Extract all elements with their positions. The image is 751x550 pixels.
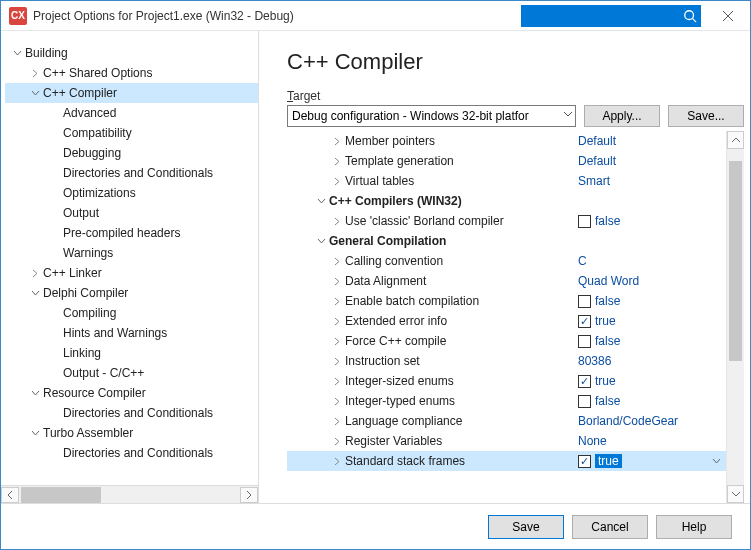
option-row[interactable]: Virtual tablesSmart [287,171,726,191]
sidebar-item[interactable]: Directories and Conditionals [5,163,258,183]
scroll-left-icon[interactable] [1,487,19,503]
options-tree[interactable]: Member pointersDefaultTemplate generatio… [287,131,726,503]
option-row[interactable]: Calling conventionC [287,251,726,271]
sidebar-item[interactable]: C++ Compiler [5,83,258,103]
option-row[interactable]: Enable batch compilationfalse [287,291,726,311]
option-value[interactable]: false [578,214,726,228]
chevron-down-icon[interactable] [29,287,41,299]
chevron-right-icon[interactable] [331,137,343,146]
option-value[interactable]: true [578,314,726,328]
option-row[interactable]: Instruction set80386 [287,351,726,371]
chevron-down-icon[interactable] [29,427,41,439]
scroll-thumb[interactable] [729,161,742,361]
chevron-right-icon[interactable] [331,417,343,426]
option-row[interactable]: Data AlignmentQuad Word [287,271,726,291]
checkbox[interactable] [578,375,591,388]
sidebar-item[interactable]: Linking [5,343,258,363]
checkbox[interactable] [578,295,591,308]
sidebar-item[interactable]: Advanced [5,103,258,123]
scroll-down-icon[interactable] [727,485,744,503]
chevron-right-icon[interactable] [331,357,343,366]
option-row[interactable]: Use 'classic' Borland compilerfalse [287,211,726,231]
cancel-button[interactable]: Cancel [572,515,648,539]
titlebar[interactable]: CX Project Options for Project1.exe (Win… [1,1,750,31]
sidebar-item[interactable]: C++ Shared Options [5,63,258,83]
option-row[interactable]: Standard stack framestrue [287,451,726,471]
checkbox[interactable] [578,455,591,468]
chevron-right-icon[interactable] [331,297,343,306]
chevron-right-icon[interactable] [331,277,343,286]
sidebar-item[interactable]: Output - C/C++ [5,363,258,383]
chevron-down-icon[interactable] [29,387,41,399]
option-value[interactable]: Default [578,134,726,148]
chevron-right-icon[interactable] [331,457,343,466]
sidebar-item[interactable]: Pre-compiled headers [5,223,258,243]
sidebar-item[interactable]: Delphi Compiler [5,283,258,303]
sidebar-hscroll[interactable] [1,485,258,503]
apply-button[interactable]: Apply... [584,105,660,127]
option-value[interactable]: false [578,294,726,308]
option-row[interactable]: Integer-sized enumstrue [287,371,726,391]
chevron-down-icon[interactable] [315,237,327,246]
chevron-right-icon[interactable] [331,317,343,326]
chevron-down-icon[interactable] [29,87,41,99]
option-value[interactable]: None [578,434,726,448]
chevron-right-icon[interactable] [331,257,343,266]
scroll-up-icon[interactable] [727,131,744,149]
scroll-right-icon[interactable] [240,487,258,503]
chevron-right-icon[interactable] [29,267,41,279]
chevron-down-icon[interactable] [315,197,327,206]
chevron-right-icon[interactable] [331,437,343,446]
checkbox[interactable] [578,335,591,348]
chevron-right-icon[interactable] [331,177,343,186]
sidebar-item[interactable]: C++ Linker [5,263,258,283]
sidebar-item[interactable]: Directories and Conditionals [5,403,258,423]
chevron-right-icon[interactable] [331,337,343,346]
options-vscroll[interactable] [726,131,744,503]
chevron-right-icon[interactable] [331,397,343,406]
chevron-right-icon[interactable] [331,217,343,226]
option-value[interactable]: Default [578,154,726,168]
option-value[interactable]: true [578,454,726,468]
option-row[interactable]: Template generationDefault [287,151,726,171]
close-button[interactable] [705,1,750,31]
save-button[interactable]: Save [488,515,564,539]
option-row[interactable]: Language complianceBorland/CodeGear [287,411,726,431]
option-value[interactable]: C [578,254,726,268]
option-value[interactable]: false [578,394,726,408]
option-row[interactable]: Extended error infotrue [287,311,726,331]
sidebar-item[interactable]: Directories and Conditionals [5,443,258,463]
chevron-down-icon[interactable] [11,47,23,59]
sidebar-item[interactable]: Optimizations [5,183,258,203]
option-value[interactable]: true [578,374,726,388]
option-group[interactable]: C++ Compilers (WIN32) [287,191,726,211]
sidebar-item[interactable]: Warnings [5,243,258,263]
chevron-right-icon[interactable] [331,377,343,386]
option-row[interactable]: Force C++ compilefalse [287,331,726,351]
sidebar-item[interactable]: Debugging [5,143,258,163]
sidebar-item[interactable]: Compiling [5,303,258,323]
sidebar-item[interactable]: Building [5,43,258,63]
category-tree[interactable]: BuildingC++ Shared OptionsC++ CompilerAd… [1,43,258,485]
chevron-right-icon[interactable] [331,157,343,166]
sidebar-item[interactable]: Turbo Assembler [5,423,258,443]
sidebar-item[interactable]: Compatibility [5,123,258,143]
chevron-down-icon[interactable] [712,457,726,466]
sidebar-item[interactable]: Hints and Warnings [5,323,258,343]
help-button[interactable]: Help [656,515,732,539]
option-value[interactable]: false [578,334,726,348]
option-value[interactable]: Borland/CodeGear [578,414,726,428]
target-select[interactable]: Debug configuration - Windows 32-bit pla… [287,105,576,127]
option-value[interactable]: 80386 [578,354,726,368]
option-row[interactable]: Register VariablesNone [287,431,726,451]
option-row[interactable]: Member pointersDefault [287,131,726,151]
checkbox[interactable] [578,315,591,328]
search-input[interactable] [522,9,680,23]
sidebar-item[interactable]: Resource Compiler [5,383,258,403]
checkbox[interactable] [578,395,591,408]
chevron-right-icon[interactable] [29,67,41,79]
option-value[interactable]: Quad Word [578,274,726,288]
sidebar-item[interactable]: Output [5,203,258,223]
option-row[interactable]: Integer-typed enumsfalse [287,391,726,411]
option-group[interactable]: General Compilation [287,231,726,251]
